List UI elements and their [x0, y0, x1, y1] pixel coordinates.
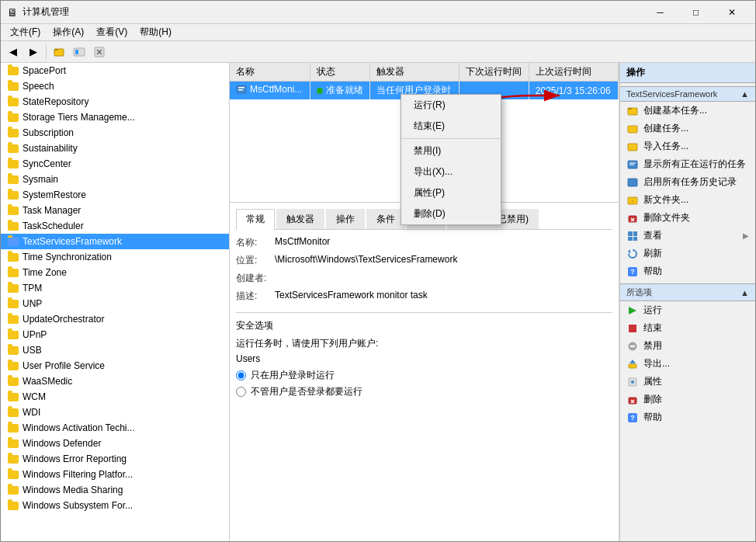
tree-item-timezone[interactable]: Time Zone: [1, 265, 229, 280]
action-properties[interactable]: 属性: [620, 373, 755, 391]
ctx-export[interactable]: 导出(X)...: [401, 162, 501, 182]
tree-item-updateorch[interactable]: UpdateOrchestrator: [1, 311, 229, 327]
ctx-properties[interactable]: 属性(P): [401, 182, 501, 203]
actions-section-main: TextServicesFramework ▲: [620, 86, 755, 102]
tree-item-winfiltering[interactable]: Windows Filtering Platfor...: [1, 467, 229, 482]
menu-action[interactable]: 操作(A): [47, 24, 90, 40]
import-task-icon: [626, 141, 639, 153]
svg-rect-1: [54, 49, 58, 50]
radio-input-login[interactable]: [236, 370, 246, 380]
tree-item-winerrorreport[interactable]: Windows Error Reporting: [1, 451, 229, 467]
actions-header: 操作: [620, 63, 755, 83]
action-help-sub[interactable]: ? 帮助: [620, 408, 755, 426]
tree-item-waasmedic[interactable]: WaaSMedic: [1, 373, 229, 389]
tree-item-unp[interactable]: UNP: [1, 296, 229, 311]
tree-item-winactivation[interactable]: Windows Activation Techi...: [1, 420, 229, 436]
menu-view[interactable]: 查看(V): [90, 24, 134, 40]
tree-item-wdi[interactable]: WDI: [1, 405, 229, 420]
action-create-task[interactable]: 创建任务...: [620, 120, 755, 137]
action-export[interactable]: 导出...: [620, 355, 755, 373]
tree-item-speech[interactable]: Speech: [1, 78, 229, 94]
tree-item-usb[interactable]: USB: [1, 342, 229, 358]
action-create-basic[interactable]: 创建基本任务...: [620, 102, 755, 120]
toolbar-show-hide[interactable]: [70, 43, 88, 61]
svg-point-37: [631, 380, 634, 384]
tree-item-winsubsystem[interactable]: Windows Subsystem For...: [1, 498, 229, 513]
ctx-disable[interactable]: 禁用(I): [401, 141, 501, 162]
radio-run-on-login[interactable]: 只在用户登录时运行: [236, 369, 612, 382]
maximize-button[interactable]: □: [678, 1, 713, 24]
toolbar-up[interactable]: [50, 43, 68, 61]
svg-rect-26: [633, 237, 637, 241]
title-bar: 🖥 计算机管理 ─ □ ✕: [1, 1, 755, 24]
action-enable-history-label: 启用所有任务历史记录: [643, 175, 737, 189]
export-icon: [626, 358, 639, 370]
tree-item-synccenter[interactable]: SyncCenter: [1, 156, 229, 172]
minimize-button[interactable]: ─: [643, 1, 678, 24]
tree-item-storagetiers[interactable]: Storage Tiers Manageme...: [1, 109, 229, 125]
tree-item-staterepo[interactable]: StateRepository: [1, 94, 229, 109]
col-name: 名称: [230, 63, 310, 82]
col-lastrun: 上次运行时间: [529, 63, 618, 82]
svg-rect-3: [75, 50, 78, 54]
action-enable-history[interactable]: 启用所有任务历史记录: [620, 173, 755, 191]
main-layout: SpacePort Speech StateRepository Storage…: [1, 63, 755, 542]
create-basic-icon: [626, 105, 639, 117]
action-import-task[interactable]: 导入任务...: [620, 137, 755, 155]
action-view-label: 查看: [643, 229, 662, 242]
detail-panel: 常规 触发器 操作 条件 设置 历史记录(已禁用) 名称: MsCtfMonit…: [230, 203, 619, 542]
svg-rect-31: [629, 325, 636, 332]
tree-item-tpm[interactable]: TPM: [1, 280, 229, 296]
svg-text:?: ?: [630, 414, 635, 422]
window-frame: 🖥 计算机管理 ─ □ ✕ 文件(F) 操作(A) 查看(V) 帮助(H) ◀ …: [0, 0, 756, 542]
menu-file[interactable]: 文件(F): [4, 24, 47, 40]
tree-item-userprofile[interactable]: User Profile Service: [1, 358, 229, 373]
tree-item-taskscheduler[interactable]: TaskScheduler: [1, 218, 229, 234]
tree-item-subscription[interactable]: Subscription: [1, 125, 229, 141]
tree-item-windefender[interactable]: Windows Defender: [1, 436, 229, 451]
tree-item-sustainability[interactable]: Sustainability: [1, 141, 229, 156]
tree-item-textservices[interactable]: TextServicesFramework: [1, 234, 229, 249]
ctx-run[interactable]: 运行(R): [401, 95, 501, 116]
tree-item-taskmanager[interactable]: Task Manager: [1, 203, 229, 218]
tree-item-sysmain[interactable]: Sysmain: [1, 172, 229, 187]
task-detail-desc: TextServicesFramework monitor task: [275, 290, 428, 301]
svg-marker-30: [629, 307, 636, 314]
action-refresh-label: 刷新: [643, 247, 662, 260]
action-show-running[interactable]: 显示所有正在运行的任务: [620, 155, 755, 173]
tree-item-spaceport[interactable]: SpacePort: [1, 63, 229, 78]
tree-item-wcm[interactable]: WCM: [1, 389, 229, 405]
tree-item-timesync[interactable]: Time Synchronization: [1, 249, 229, 265]
toolbar-back[interactable]: ◀: [4, 43, 23, 61]
tree-item-winmediasharing[interactable]: Windows Media Sharing: [1, 482, 229, 498]
action-help-sub-label: 帮助: [643, 411, 662, 424]
close-button[interactable]: ✕: [714, 1, 749, 24]
action-disable[interactable]: 禁用: [620, 337, 755, 355]
properties-icon: [626, 376, 639, 388]
tree-item-systemrestore[interactable]: SystemRestore: [1, 187, 229, 203]
delete-folder-icon: [626, 212, 639, 224]
action-help-main[interactable]: ? 帮助: [620, 262, 755, 280]
action-stop[interactable]: 结束: [620, 319, 755, 337]
action-delete-folder[interactable]: 删除文件夹: [620, 209, 755, 227]
ctx-delete[interactable]: 删除(D): [401, 203, 501, 224]
radio-input-anytime[interactable]: [236, 387, 246, 397]
tree-item-upnp[interactable]: UPnP: [1, 327, 229, 342]
tab-conditions[interactable]: 条件: [366, 209, 405, 229]
actions-section-main-label: TextServicesFramework: [626, 89, 717, 99]
tab-general[interactable]: 常规: [236, 209, 275, 230]
toolbar-extra[interactable]: [90, 43, 109, 61]
stop-icon: [626, 322, 639, 335]
toolbar-forward[interactable]: ▶: [24, 43, 43, 61]
radio-run-anytime[interactable]: 不管用户是否登录都要运行: [236, 385, 612, 398]
toolbar: ◀ ▶: [1, 41, 755, 63]
action-run[interactable]: 运行: [620, 301, 755, 319]
tab-actions[interactable]: 操作: [326, 209, 365, 229]
action-delete[interactable]: 删除: [620, 391, 755, 408]
action-new-folder[interactable]: + 新文件夹...: [620, 191, 755, 209]
menu-help[interactable]: 帮助(H): [134, 24, 178, 40]
action-refresh[interactable]: 刷新: [620, 245, 755, 262]
ctx-end[interactable]: 结束(E): [401, 116, 501, 137]
tab-triggers[interactable]: 触发器: [276, 209, 324, 229]
action-view[interactable]: 查看 ▶: [620, 227, 755, 245]
